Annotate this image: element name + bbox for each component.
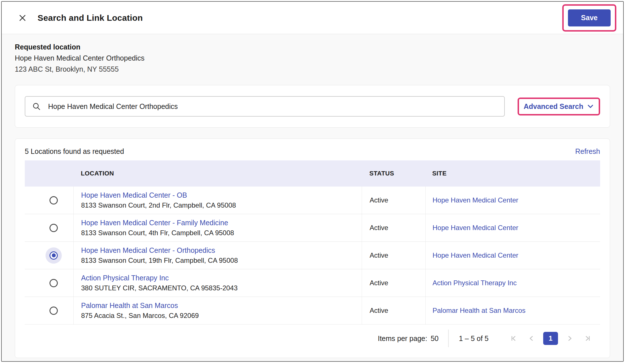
table-body: Hope Haven Medical Center - OB 8133 Swan… xyxy=(25,187,600,324)
chevron-down-icon xyxy=(587,103,594,110)
status-text: Active xyxy=(370,196,425,204)
row-radio[interactable] xyxy=(50,196,58,204)
row-radio[interactable] xyxy=(50,307,58,315)
row-status-cell: Active xyxy=(362,269,425,297)
search-card: Advanced Search xyxy=(15,85,610,128)
chevron-left-icon xyxy=(527,334,536,343)
search-and-link-location-modal: Search and Link Location Save Requested … xyxy=(1,1,624,362)
column-header-site: SITE xyxy=(425,170,600,177)
requested-location-label: Requested location xyxy=(15,42,610,53)
site-link[interactable]: Hope Haven Medical Center xyxy=(433,196,600,204)
search-input[interactable] xyxy=(48,102,497,111)
header: Search and Link Location Save xyxy=(2,2,623,34)
chevron-right-icon xyxy=(565,334,574,343)
row-radio[interactable] xyxy=(50,279,58,287)
table-row: Hope Haven Medical Center - Orthopedics … xyxy=(25,242,600,269)
previous-page-button[interactable] xyxy=(524,331,539,346)
row-location-cell: Palomar Health at San Marcos 875 Acacia … xyxy=(73,297,362,324)
row-select-cell xyxy=(25,297,73,324)
row-location-cell: Hope Haven Medical Center - Family Medic… xyxy=(73,214,362,241)
row-status-cell: Active xyxy=(362,187,425,214)
locations-table: LOCATION STATUS SITE Hope Haven Medical … xyxy=(25,160,600,324)
search-icon xyxy=(32,102,41,111)
results-summary: 5 Locations found as requested xyxy=(25,147,124,156)
status-text: Active xyxy=(370,307,425,315)
row-site-cell: Hope Haven Medical Center xyxy=(425,214,600,241)
row-site-cell: Hope Haven Medical Center xyxy=(425,187,600,214)
status-text: Active xyxy=(370,251,425,259)
site-link[interactable]: Hope Haven Medical Center xyxy=(433,224,600,232)
row-site-cell: Action Physical Therapy Inc xyxy=(425,269,600,297)
location-link[interactable]: Hope Haven Medical Center - OB xyxy=(81,191,362,199)
next-page-button[interactable] xyxy=(562,331,577,346)
table-row: Palomar Health at San Marcos 875 Acacia … xyxy=(25,297,600,324)
search-box[interactable] xyxy=(25,96,505,117)
location-link[interactable]: Hope Haven Medical Center - Family Medic… xyxy=(81,219,362,227)
site-link[interactable]: Hope Haven Medical Center xyxy=(433,251,600,259)
location-address: 8133 Swanson Court, 2nd Flr, Campbell, C… xyxy=(81,201,362,209)
items-per-page-value[interactable]: 50 xyxy=(431,334,438,343)
row-select-cell xyxy=(25,242,73,269)
site-link[interactable]: Action Physical Therapy Inc xyxy=(433,279,600,287)
row-location-cell: Hope Haven Medical Center - OB 8133 Swan… xyxy=(73,187,362,214)
location-address: 8133 Swanson Court, 4th Flr, Campbell, C… xyxy=(81,229,362,237)
requested-location-address: 123 ABC St, Brooklyn, NY 55555 xyxy=(15,64,610,75)
refresh-link[interactable]: Refresh xyxy=(575,147,600,156)
row-radio[interactable] xyxy=(50,224,58,232)
advanced-search-label: Advanced Search xyxy=(524,102,583,111)
page-title: Search and Link Location xyxy=(38,13,143,23)
site-link[interactable]: Palomar Health at San Marcos xyxy=(433,307,600,315)
column-header-status: STATUS xyxy=(362,170,425,177)
row-status-cell: Active xyxy=(362,242,425,269)
table-header-row: LOCATION STATUS SITE xyxy=(25,160,600,187)
row-radio[interactable] xyxy=(50,251,58,260)
pagination-range: 1 – 5 of 5 xyxy=(459,334,489,343)
row-select-cell xyxy=(25,269,73,297)
row-site-cell: Hope Haven Medical Center xyxy=(425,242,600,269)
location-address: 8133 Swanson Court, 19th Flr, Campbell, … xyxy=(81,257,362,264)
requested-location-name: Hope Haven Medical Center Orthopedics xyxy=(15,53,610,64)
location-link[interactable]: Palomar Health at San Marcos xyxy=(81,301,362,310)
first-page-icon xyxy=(510,334,518,343)
table-row: Action Physical Therapy Inc 380 SUTLEY C… xyxy=(25,269,600,297)
save-annotation-box: Save xyxy=(562,4,616,32)
row-site-cell: Palomar Health at San Marcos xyxy=(425,297,600,324)
table-row: Hope Haven Medical Center - OB 8133 Swan… xyxy=(25,187,600,214)
first-page-button[interactable] xyxy=(506,331,522,346)
row-status-cell: Active xyxy=(362,297,425,324)
status-text: Active xyxy=(370,279,425,287)
modal-body: Requested location Hope Haven Medical Ce… xyxy=(2,34,623,358)
last-page-button[interactable] xyxy=(580,331,595,346)
pagination-divider xyxy=(448,330,449,347)
location-link[interactable]: Hope Haven Medical Center - Orthopedics xyxy=(81,246,362,255)
advanced-search-annotation-box: Advanced Search xyxy=(518,98,600,115)
advanced-search-button[interactable]: Advanced Search xyxy=(524,102,594,111)
results-card: 5 Locations found as requested Refresh L… xyxy=(15,138,610,358)
row-select-cell xyxy=(25,187,73,214)
row-select-cell xyxy=(25,214,73,241)
close-icon xyxy=(18,13,27,23)
location-address: 380 SUTLEY CIR, SACRAMENTO, CA 95835-204… xyxy=(81,284,362,292)
results-top-bar: 5 Locations found as requested Refresh xyxy=(25,146,600,157)
current-page-button[interactable]: 1 xyxy=(543,332,558,345)
status-text: Active xyxy=(370,224,425,232)
requested-location-section: Requested location Hope Haven Medical Ce… xyxy=(15,34,610,75)
location-address: 875 Acacia St., San Marcos, CA 92069 xyxy=(81,312,362,320)
row-status-cell: Active xyxy=(362,214,425,241)
table-row: Hope Haven Medical Center - Family Medic… xyxy=(25,214,600,242)
location-link[interactable]: Action Physical Therapy Inc xyxy=(81,274,362,282)
last-page-icon xyxy=(583,334,592,343)
items-per-page-label: Items per page: xyxy=(378,334,427,343)
row-location-cell: Action Physical Therapy Inc 380 SUTLEY C… xyxy=(73,269,362,297)
save-button[interactable]: Save xyxy=(568,9,611,26)
column-header-location: LOCATION xyxy=(73,170,362,177)
pagination: Items per page: 50 1 – 5 of 5 1 xyxy=(25,329,600,348)
close-button[interactable] xyxy=(15,11,30,25)
row-location-cell: Hope Haven Medical Center - Orthopedics … xyxy=(73,242,362,269)
